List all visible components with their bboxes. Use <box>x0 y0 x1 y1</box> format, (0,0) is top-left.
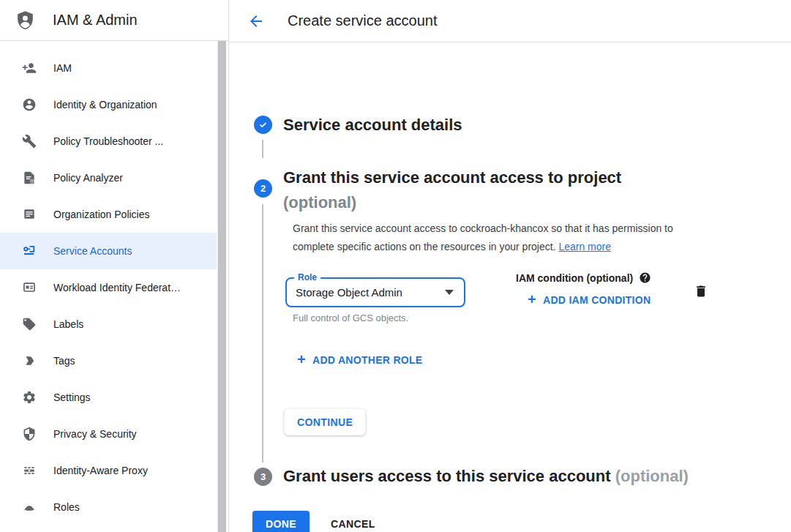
delete-role-trash-icon[interactable] <box>694 283 708 299</box>
sidebar-item-label: IAM <box>53 62 72 74</box>
sidebar-item-label: Policy Troubleshooter ... <box>53 135 163 147</box>
sidebar-item-workload-identity-federation[interactable]: Workload Identity Federat… <box>0 269 217 306</box>
step-connector <box>262 140 263 158</box>
cancel-button[interactable]: CANCEL <box>325 511 381 532</box>
wizard-content: Service account details 2 Grant this ser… <box>229 42 791 532</box>
sidebar-item-labels[interactable]: Labels <box>0 306 217 342</box>
sidebar-header: IAM & Admin <box>0 0 228 41</box>
plus-icon: + <box>297 351 306 368</box>
tag-arrow-icon <box>22 353 37 368</box>
role-selected-value: Storage Object Admin <box>296 286 445 299</box>
service-accounts-key-icon <box>22 244 37 258</box>
step2-number-circle: 2 <box>254 179 272 198</box>
sidebar-item-label: Identity-Aware Proxy <box>53 465 148 476</box>
role-helper-text: Full control of GCS objects. <box>293 312 408 323</box>
iam-condition-section: IAM condition (optional) + ADD IAM CONDI… <box>516 271 651 308</box>
shield-half-icon <box>22 427 37 441</box>
role-field-label: Role <box>294 272 320 282</box>
sidebar: IAM & Admin IAM Identity & Organization … <box>0 0 229 532</box>
step2-optional-label: (optional) <box>283 190 693 215</box>
step-connector <box>262 204 263 462</box>
step2-description-text: Grant this service account access to coc… <box>293 222 673 252</box>
step2-title[interactable]: Grant this service account access to pro… <box>283 165 693 215</box>
step1-title[interactable]: Service account details <box>283 116 462 135</box>
sidebar-item-organization-policies[interactable]: Organization Policies <box>0 196 217 233</box>
workload-identity-card-icon <box>22 280 37 295</box>
step3-number: 3 <box>260 471 266 482</box>
add-another-role-button[interactable]: + ADD ANOTHER ROLE <box>297 351 423 368</box>
plus-icon: + <box>528 291 536 308</box>
wrench-icon <box>22 134 37 149</box>
sidebar-item-label: Settings <box>53 391 91 403</box>
organization-policies-icon <box>22 207 37 222</box>
account-circle-icon <box>22 97 37 112</box>
step1-check-circle <box>254 116 272 134</box>
sidebar-item-service-accounts[interactable]: Service Accounts <box>0 233 217 269</box>
step2-description: Grant this service account access to coc… <box>293 220 716 256</box>
sidebar-item-identity-aware-proxy[interactable]: Identity-Aware Proxy <box>0 452 217 489</box>
dropdown-caret-icon <box>445 290 454 295</box>
sidebar-item-identity-organization[interactable]: Identity & Organization <box>0 86 217 123</box>
check-icon <box>258 119 269 130</box>
sidebar-item-label: Labels <box>53 318 83 330</box>
step3-title[interactable]: Grant users access to this service accou… <box>283 467 781 486</box>
sidebar-item-privacy-security[interactable]: Privacy & Security <box>0 416 217 452</box>
sidebar-item-label: Roles <box>53 501 80 513</box>
roles-hat-icon <box>22 500 37 514</box>
gear-icon <box>22 390 37 405</box>
iam-shield-logo-icon <box>14 8 37 33</box>
help-icon[interactable] <box>639 271 651 284</box>
step2-title-text: Grant this service account access to pro… <box>283 168 621 187</box>
page-title: Create service account <box>288 12 438 29</box>
step3-number-circle: 3 <box>254 468 272 486</box>
sidebar-item-label: Identity & Organization <box>53 99 157 110</box>
back-arrow-icon[interactable] <box>247 12 265 30</box>
policy-analyzer-icon <box>22 171 37 185</box>
role-select[interactable]: Role Storage Object Admin <box>285 277 465 307</box>
step2-number: 2 <box>260 183 266 194</box>
sidebar-item-policy-troubleshooter[interactable]: Policy Troubleshooter ... <box>0 123 217 160</box>
sidebar-item-label: Organization Policies <box>53 209 150 220</box>
done-button[interactable]: DONE <box>252 511 310 532</box>
label-tag-icon <box>22 317 37 331</box>
sidebar-item-iam[interactable]: IAM <box>0 50 217 86</box>
sidebar-nav: IAM Identity & Organization Policy Troub… <box>0 41 217 525</box>
sidebar-item-settings[interactable]: Settings <box>0 379 217 416</box>
sidebar-item-label: Tags <box>53 355 75 367</box>
main-panel: Create service account Service account d… <box>229 0 791 532</box>
sidebar-item-label: Privacy & Security <box>53 428 137 440</box>
add-iam-condition-button[interactable]: + ADD IAM CONDITION <box>528 291 651 308</box>
continue-button[interactable]: CONTINUE <box>284 408 366 435</box>
learn-more-link[interactable]: Learn more <box>558 241 611 252</box>
sidebar-item-label: Workload Identity Federat… <box>53 282 181 293</box>
main-header: Create service account <box>229 0 791 42</box>
person-add-icon <box>22 61 37 75</box>
step3-title-text: Grant users access to this service accou… <box>283 467 611 485</box>
add-another-role-label: ADD ANOTHER ROLE <box>312 354 423 366</box>
sidebar-scrollbar[interactable] <box>217 41 226 532</box>
step3-optional-label: (optional) <box>615 467 689 485</box>
proxy-grid-icon <box>22 463 37 478</box>
iam-condition-label: IAM condition (optional) <box>516 272 633 284</box>
add-iam-condition-label: ADD IAM CONDITION <box>543 294 651 306</box>
sidebar-item-roles[interactable]: Roles <box>0 489 217 525</box>
sidebar-item-tags[interactable]: Tags <box>0 342 217 379</box>
sidebar-item-label: Policy Analyzer <box>53 172 123 184</box>
sidebar-item-label: Service Accounts <box>53 245 132 257</box>
sidebar-item-policy-analyzer[interactable]: Policy Analyzer <box>0 160 217 196</box>
product-title: IAM & Admin <box>53 12 138 29</box>
